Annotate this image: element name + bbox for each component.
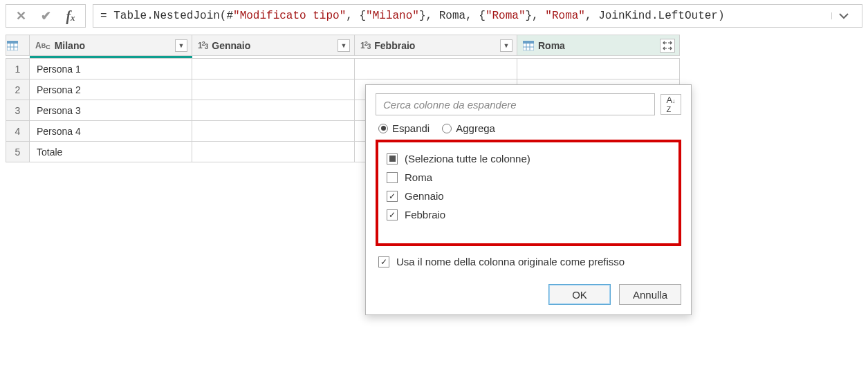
grid-corner[interactable]: [6, 35, 30, 56]
expand-column-icon[interactable]: [660, 39, 675, 53]
expand-column-popup: Cerca colonne da espandere A↓Z Espandi A…: [365, 84, 692, 162]
cell[interactable]: Persona 3: [30, 100, 192, 121]
row-number: 2: [6, 79, 30, 100]
text-type-icon: ABC: [35, 41, 50, 50]
checkbox-icon: [387, 153, 398, 163]
svg-rect-6: [523, 41, 534, 44]
cell[interactable]: Persona 1: [30, 59, 192, 79]
radio-icon: [442, 124, 452, 133]
column-header-roma[interactable]: Roma: [517, 35, 680, 56]
row-number: 5: [6, 142, 30, 162]
column-label: Roma: [538, 40, 565, 51]
fx-icon[interactable]: fx: [60, 6, 81, 26]
filter-dropdown-icon[interactable]: ▼: [338, 39, 350, 52]
column-header-gennaio[interactable]: 123 Gennaio ▼: [192, 35, 355, 56]
formula-bar: ✕ ✔ fx = Table.NestedJoin(#"Modificato t…: [0, 0, 868, 32]
radio-icon: [378, 124, 388, 133]
svg-rect-1: [7, 41, 18, 44]
cell[interactable]: [355, 59, 517, 79]
cell[interactable]: Totale: [30, 142, 192, 162]
table-type-icon: [523, 41, 534, 50]
column-label: Milano: [55, 40, 85, 51]
formula-input[interactable]: = Table.NestedJoin(#"Modificato tipo", {…: [93, 4, 862, 28]
cell[interactable]: Persona 4: [30, 121, 192, 142]
cancel-formula-icon[interactable]: ✕: [10, 6, 31, 26]
checkbox-label: (Seleziona tutte le colonne): [405, 153, 530, 162]
search-placeholder: Cerca colonne da espandere: [383, 99, 517, 111]
accept-formula-icon[interactable]: ✔: [35, 6, 56, 26]
formula-text: = Table.NestedJoin(#: [100, 10, 233, 22]
sort-az-button[interactable]: A↓Z: [661, 94, 681, 115]
column-label: Febbraio: [374, 40, 415, 51]
cell[interactable]: [517, 59, 680, 79]
formula-expand-toggle[interactable]: [831, 12, 855, 19]
radio-label: Aggrega: [456, 122, 495, 134]
cell[interactable]: [192, 59, 355, 79]
checkbox-select-all[interactable]: (Seleziona tutte le colonne): [384, 149, 673, 162]
formula-tools: ✕ ✔ fx: [6, 4, 86, 28]
table-icon: [7, 41, 28, 50]
radio-aggregate[interactable]: Aggrega: [442, 122, 495, 134]
cell[interactable]: [192, 121, 355, 142]
filter-dropdown-icon[interactable]: ▼: [500, 39, 513, 52]
sort-az-icon: A↓Z: [666, 95, 675, 113]
cell[interactable]: [192, 79, 355, 100]
radio-label: Espandi: [392, 122, 430, 134]
mode-radio-group: Espandi Aggrega: [378, 122, 681, 134]
cell[interactable]: [192, 142, 355, 162]
cell[interactable]: Persona 2: [30, 79, 192, 100]
search-columns-input[interactable]: Cerca colonne da espandere: [376, 93, 655, 115]
highlight-box: (Seleziona tutte le colonne) Roma Gennai…: [376, 140, 681, 162]
column-label: Gennaio: [212, 40, 250, 51]
row-number: 1: [6, 59, 30, 79]
number-type-icon: 123: [360, 41, 370, 50]
cell[interactable]: [192, 100, 355, 121]
filter-dropdown-icon[interactable]: ▼: [175, 39, 187, 52]
row-number: 4: [6, 121, 30, 142]
number-type-icon: 123: [198, 41, 207, 50]
radio-expand[interactable]: Espandi: [378, 122, 430, 134]
column-header-febbraio[interactable]: 123 Febbraio ▼: [355, 35, 517, 56]
table-row[interactable]: 1 Persona 1: [6, 59, 680, 79]
column-header-milano[interactable]: ABC Milano ▼: [30, 35, 192, 56]
row-number: 3: [6, 100, 30, 121]
